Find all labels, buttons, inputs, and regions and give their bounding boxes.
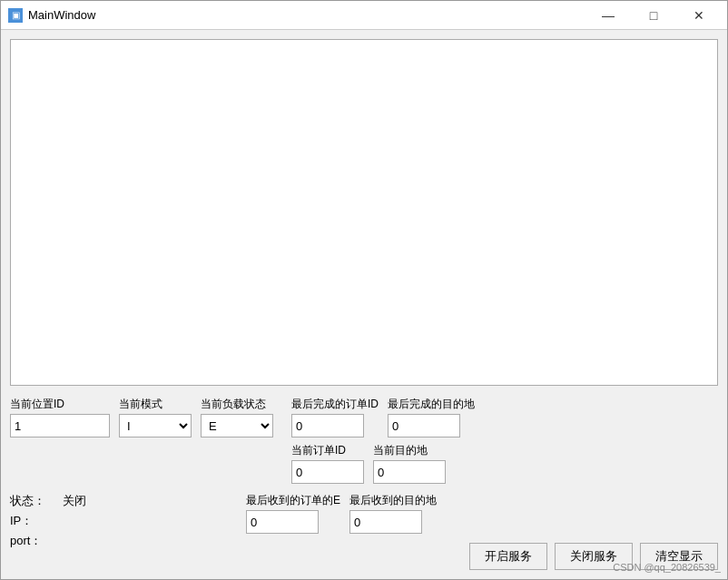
status-label: 状态： [10,493,55,509]
last-completed-order-id-label: 最后完成的订单ID [291,397,379,412]
field-last-received-destination: 最后收到的目的地 [349,493,437,534]
status-value: 关闭 [63,493,86,509]
window-controls: — □ ✕ [587,3,720,28]
last-received-destination-label: 最后收到的目的地 [349,493,437,508]
window-body: 当前位置ID 当前模式 I II III 当前负载状态 [1,30,727,579]
current-order-id-input[interactable] [291,460,364,484]
app-icon: ▣ [8,8,23,23]
field-current-mode: 当前模式 I II III [119,397,192,437]
window-title: MainWindow [28,8,95,22]
current-destination-input[interactable] [373,460,446,484]
watermark: CSDN @qq_20826539_ [613,562,721,573]
current-position-id-input[interactable] [10,414,110,437]
maximize-button[interactable]: □ [633,3,674,28]
port-label: port： [10,533,55,549]
last-received-order-id-input[interactable] [246,510,319,534]
app-icon-symbol: ▣ [12,10,20,20]
last-received-order-id-label: 最后收到的订单的E [246,493,340,508]
current-load-status-label: 当前负载状态 [201,397,273,412]
controls-area: 当前位置ID 当前模式 I II III 当前负载状态 [10,397,718,570]
main-window: ▣ MainWindow — □ ✕ 当前位置ID [0,0,728,580]
field-current-order-id: 当前订单ID [291,443,364,484]
ip-label: IP： [10,513,55,529]
current-destination-label: 当前目的地 [373,443,446,458]
last-completed-destination-input[interactable] [388,414,460,437]
title-bar: ▣ MainWindow — □ ✕ [1,1,727,30]
status-row: 状态： 关闭 [10,493,182,509]
current-position-id-label: 当前位置ID [10,397,110,412]
current-mode-label: 当前模式 [119,397,192,412]
minimize-button[interactable]: — [587,3,629,28]
last-completed-order-id-input[interactable] [291,414,364,437]
last-completed-destination-label: 最后完成的目的地 [388,397,475,412]
close-button[interactable]: ✕ [678,3,720,28]
field-current-position-id: 当前位置ID [10,397,110,437]
field-last-received-order-id: 最后收到的订单的E [246,493,340,534]
current-mode-select[interactable]: I II III [119,414,192,437]
current-load-status-select[interactable]: E F [201,414,273,437]
status-panel: 状态： 关闭 IP： port： [10,493,182,549]
display-area [10,39,718,386]
current-order-id-label: 当前订单ID [291,443,364,458]
field-current-load-status: 当前负载状态 E F [201,397,273,437]
field-last-completed-destination: 最后完成的目的地 [388,397,475,437]
port-row: port： [10,533,182,549]
field-current-destination: 当前目的地 [373,443,446,484]
ip-row: IP： [10,513,182,529]
field-last-completed-order-id: 最后完成的订单ID [291,397,379,437]
start-service-button[interactable]: 开启服务 [469,543,547,570]
title-bar-left: ▣ MainWindow [8,8,95,23]
last-received-destination-input[interactable] [349,510,422,534]
